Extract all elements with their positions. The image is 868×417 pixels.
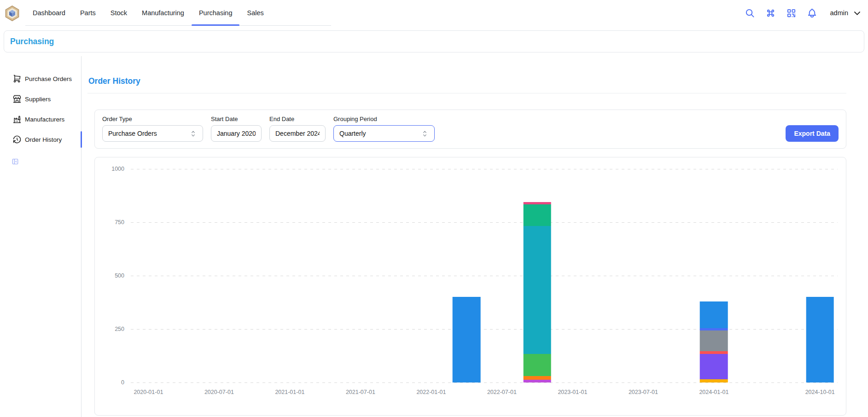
inventree-logo-icon[interactable] [4, 4, 21, 23]
username: admin [830, 9, 849, 17]
y-axis-tick-label: 500 [115, 272, 124, 279]
order-type-label: Order Type [102, 116, 203, 122]
qrcode-scan-icon[interactable] [786, 8, 797, 18]
grouping-period-label: Grouping Period [333, 116, 435, 122]
purchasing-sidebar: Purchase Orders Suppliers Manufacturers [12, 56, 82, 417]
bar-2024-10-01[interactable] [806, 297, 834, 382]
order-history-chart-card: 025050075010002020-01-012020-07-012021-0… [94, 157, 846, 416]
sidebar-item-label: Suppliers [25, 96, 51, 103]
tab-dashboard[interactable]: Dashboard [25, 0, 73, 25]
x-axis-tick-label: 2022-07-01 [487, 389, 517, 395]
selector-icon [421, 130, 429, 138]
x-axis-tick-label: 2024-01-01 [699, 389, 728, 395]
sidebar-item-label: Order History [25, 136, 62, 143]
sidebar-item-purchase-orders[interactable]: Purchase Orders [12, 69, 81, 89]
tab-purchasing-label: Purchasing [199, 9, 233, 17]
tab-sales-label: Sales [247, 9, 263, 17]
y-axis-tick-label: 0 [121, 379, 124, 386]
bar-segment-violet[interactable] [700, 354, 728, 379]
chart-plot-area: 025050075010002020-01-012020-07-012021-0… [131, 169, 838, 382]
bar-segment-yellow[interactable] [700, 379, 728, 382]
bar-2022-04-01[interactable] [453, 297, 481, 382]
grouping-period-value: Quarterly [339, 130, 366, 137]
sidebar-item-suppliers[interactable]: Suppliers [12, 89, 81, 109]
section-title: Order History [88, 76, 846, 86]
main-panel: Order History Order Type Purchase Orders… [82, 56, 846, 417]
grouping-period-select[interactable]: Quarterly [333, 125, 435, 142]
y-axis-tick-label: 1000 [111, 166, 124, 172]
tab-stock-label: Stock [111, 9, 127, 17]
x-axis-tick-label: 2023-01-01 [558, 389, 587, 395]
x-axis-tick-label: 2022-01-01 [416, 389, 446, 395]
bar-segment-green[interactable] [523, 354, 551, 376]
order-type-select[interactable]: Purchase Orders [102, 125, 203, 142]
main-tabs: Dashboard Parts Stock Manufacturing Purc… [25, 0, 331, 26]
tab-parts-label: Parts [80, 9, 96, 17]
end-date-field: End Date [269, 116, 326, 142]
bar-segment-grape[interactable] [523, 380, 551, 382]
bar-segment-gray[interactable] [700, 330, 728, 351]
gridline-1000 [131, 169, 838, 169]
bar-segment-blue[interactable] [453, 297, 481, 382]
tab-manufacturing-label: Manufacturing [142, 9, 184, 17]
bar-segment-orange[interactable] [523, 376, 551, 380]
x-axis-tick-label: 2024-10-01 [805, 389, 835, 395]
chevron-down-icon [853, 9, 862, 17]
bell-icon[interactable] [807, 8, 817, 18]
tab-manufacturing[interactable]: Manufacturing [134, 0, 192, 25]
section-divider [87, 93, 846, 93]
navbar-actions: admin [745, 8, 862, 18]
bar-segment-teal[interactable] [523, 204, 551, 226]
end-date-input[interactable] [269, 125, 326, 142]
building-factory-icon [12, 115, 22, 124]
shopping-cart-icon [12, 74, 22, 83]
bar-segment-blue[interactable] [700, 301, 728, 328]
bar-segment-blue[interactable] [806, 297, 834, 382]
y-axis-tick-label: 750 [115, 219, 124, 226]
tab-dashboard-label: Dashboard [33, 9, 65, 17]
building-store-icon [12, 94, 22, 104]
gridline-250 [131, 329, 838, 330]
selector-icon [189, 130, 197, 138]
grouping-period-field: Grouping Period Quarterly [333, 116, 435, 142]
history-icon [12, 135, 22, 144]
top-navbar: Dashboard Parts Stock Manufacturing Purc… [0, 0, 868, 26]
order-type-field: Order Type Purchase Orders [102, 116, 203, 142]
start-date-label: Start Date [211, 116, 262, 122]
y-axis-tick-label: 250 [115, 326, 124, 332]
gridline-750 [131, 222, 838, 223]
sidebar-item-manufacturers[interactable]: Manufacturers [12, 109, 81, 129]
tab-purchasing[interactable]: Purchasing [192, 0, 240, 25]
tab-sales[interactable]: Sales [239, 0, 271, 25]
x-axis-tick-label: 2020-07-01 [204, 389, 234, 395]
start-date-field: Start Date [211, 116, 262, 142]
bar-2022-10-01[interactable] [523, 202, 551, 382]
page-header-card: Purchasing [4, 30, 864, 52]
x-axis-tick-label: 2021-01-01 [275, 389, 304, 395]
tab-stock[interactable]: Stock [103, 0, 134, 25]
end-date-label: End Date [269, 116, 326, 122]
command-icon[interactable] [765, 8, 776, 18]
sidebar-item-order-history[interactable]: Order History [12, 129, 81, 150]
order-type-value: Purchase Orders [108, 130, 157, 137]
sidebar-item-label: Manufacturers [25, 116, 64, 123]
user-menu[interactable]: admin [830, 9, 862, 17]
start-date-input[interactable] [211, 125, 262, 142]
collapse-sidebar-icon[interactable] [12, 158, 81, 165]
page-title[interactable]: Purchasing [10, 37, 54, 46]
bar-2024-01-01[interactable] [700, 301, 728, 382]
x-axis-tick-label: 2020-01-01 [134, 389, 163, 395]
gridline-500 [131, 276, 838, 276]
sidebar-item-label: Purchase Orders [25, 75, 72, 82]
search-icon[interactable] [745, 8, 755, 18]
tab-parts[interactable]: Parts [73, 0, 103, 25]
bar-segment-cyan[interactable] [523, 226, 551, 354]
x-axis-tick-label: 2021-07-01 [346, 389, 375, 395]
filter-card: Order Type Purchase Orders Start Date En… [94, 110, 846, 149]
export-data-button[interactable]: Export Data [786, 125, 839, 142]
content-area: Purchase Orders Suppliers Manufacturers [0, 56, 868, 417]
x-axis-tick-label: 2023-07-01 [629, 389, 658, 395]
gridline-0 [131, 382, 838, 383]
